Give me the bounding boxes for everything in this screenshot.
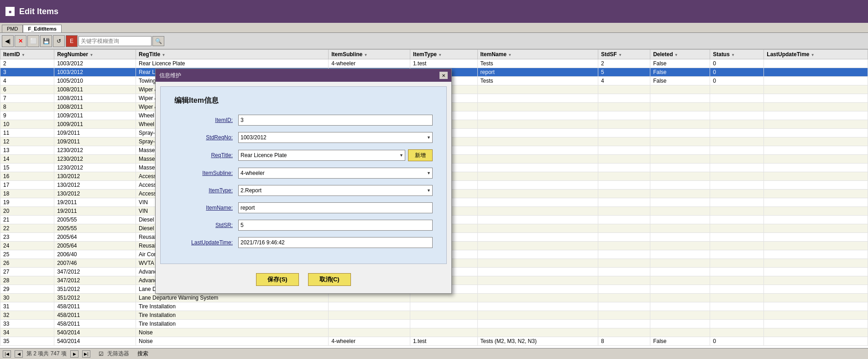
tab-pmd[interactable]: PMD — [2, 25, 23, 32]
save-dialog-btn[interactable]: 保存(S) — [256, 273, 298, 286]
cell-lastupdatetime — [764, 164, 868, 172]
nav-first-btn[interactable]: ◀| — [2, 35, 14, 47]
cell-itemsubline — [329, 328, 410, 337]
table-row[interactable]: 30351/2012Lane Departure Warning System — [0, 294, 868, 302]
cell-lastupdatetime — [764, 268, 868, 276]
cell-status — [710, 111, 764, 120]
cell-deleted — [650, 164, 710, 172]
cell-deleted: False — [650, 77, 710, 85]
cell-itemname — [477, 320, 598, 328]
input-itemid[interactable] — [238, 115, 433, 126]
cell-deleted — [650, 276, 710, 285]
select-itemsubline[interactable]: 4-wheeler — [238, 168, 433, 179]
delete-btn[interactable]: ✕ — [15, 35, 26, 47]
copy-btn[interactable]: ⬜ — [27, 35, 39, 47]
input-lastupdatetime[interactable] — [238, 237, 433, 248]
cell-status — [710, 285, 764, 294]
label-regtitle[interactable]: ReqTitle: — [174, 152, 238, 158]
col-status[interactable]: Status ▼ — [710, 50, 764, 59]
cell-status — [710, 233, 764, 242]
col-regtitle[interactable]: RegTitle ▼ — [136, 50, 329, 59]
label-itemsubline[interactable]: ItemSubline: — [174, 170, 238, 176]
cell-itemid: 25 — [0, 250, 54, 259]
cell-deleted — [650, 85, 710, 94]
nav-last-btn[interactable]: ▶| — [82, 350, 90, 358]
cell-deleted — [650, 328, 710, 337]
cell-itemname — [477, 155, 598, 164]
select-regtitle[interactable]: Rear Licence Plate — [238, 150, 405, 161]
col-itemid[interactable]: ItemID ▼ — [0, 50, 54, 59]
label-stdsr[interactable]: StdSR: — [174, 222, 238, 228]
table-row[interactable]: 35540/2014Noise4-wheeler1.testTests (M2,… — [0, 337, 868, 346]
cell-status — [710, 94, 764, 103]
label-itemid[interactable]: ItemID: — [174, 117, 238, 123]
cell-regtitle: Rear Licence Plate — [136, 59, 329, 68]
export-btn[interactable]: E — [66, 35, 78, 47]
col-itemsubline[interactable]: ItemSubline ▼ — [329, 50, 410, 59]
cell-stdsf — [598, 259, 650, 268]
cell-itemid: 6 — [0, 85, 54, 94]
table-row[interactable]: 32458/2011Tire Installation — [0, 311, 868, 320]
cell-itemid: 11 — [0, 129, 54, 137]
table-row[interactable]: 21003/2012Rear Licence Plate4-wheeler1.t… — [0, 59, 868, 68]
cell-stdsf: 2 — [598, 59, 650, 68]
dialog-content: 编辑Item信息 ItemID: StdReqNo: 1003/2012 Req… — [160, 86, 447, 264]
table-row[interactable]: 34540/2014Noise — [0, 328, 868, 337]
col-itemname[interactable]: ItemName ▼ — [477, 50, 598, 59]
cell-status: 0 — [710, 68, 764, 77]
cell-regtitle: Tire Installation — [136, 302, 329, 311]
cell-lastupdatetime — [764, 250, 868, 259]
table-row[interactable]: 31458/2011Tire Installation — [0, 302, 868, 311]
cell-itemname: Tests — [477, 59, 598, 68]
cell-itemname — [477, 294, 598, 302]
cell-stdsf — [598, 137, 650, 146]
cell-stdsf — [598, 250, 650, 259]
tab-feditems[interactable]: F_EditItems — [23, 25, 61, 32]
cell-deleted — [650, 172, 710, 181]
search-input[interactable] — [78, 36, 152, 46]
cell-lastupdatetime — [764, 155, 868, 164]
label-stdreqno[interactable]: StdReqNo: — [174, 134, 238, 141]
cell-stdsf — [598, 190, 650, 198]
col-lastupdatetime[interactable]: LastUpdateTime ▼ — [764, 50, 868, 59]
col-stdsf[interactable]: StdSF ▼ — [598, 50, 650, 59]
regtitle-select-wrapper: Rear Licence Plate — [238, 150, 405, 161]
cell-status: 0 — [710, 337, 764, 346]
nav-prev-btn[interactable]: ◀ — [15, 350, 23, 358]
cell-status — [710, 155, 764, 164]
dialog-close-btn[interactable]: ✕ — [439, 72, 448, 79]
col-regnumber[interactable]: RegNumber ▼ — [54, 50, 136, 59]
label-itemname[interactable]: ItemName: — [174, 205, 238, 211]
table-row[interactable]: 33458/2011Tire Installation — [0, 320, 868, 328]
save-btn[interactable]: 💾 — [40, 35, 52, 47]
label-itemtype[interactable]: ItemType: — [174, 187, 238, 194]
cell-deleted — [650, 137, 710, 146]
cell-itemid: 3 — [0, 68, 54, 77]
field-row-itemsubline: ItemSubline: 4-wheeler — [174, 168, 433, 179]
cancel-dialog-btn[interactable]: 取消(C) — [308, 273, 351, 286]
cell-itemid: 13 — [0, 146, 54, 155]
nav-first-status-btn[interactable]: |◀ — [3, 350, 11, 358]
cell-regnumber: 109/2011 — [54, 137, 136, 146]
refresh-btn[interactable]: ↺ — [53, 35, 65, 47]
cell-lastupdatetime — [764, 302, 868, 311]
col-deleted[interactable]: Deleted ▼ — [650, 50, 710, 59]
cell-status — [710, 137, 764, 146]
select-itemtype[interactable]: 2.Report — [238, 185, 433, 196]
cell-status — [710, 328, 764, 337]
field-row-itemname: ItemName: — [174, 202, 433, 213]
cell-stdsf — [598, 172, 650, 181]
col-itemtype[interactable]: ItemType ▼ — [410, 50, 477, 59]
toolbar: ◀| ✕ ⬜ 💾 ↺ E 🔍 — [0, 33, 868, 49]
new-regtitle-btn[interactable]: 新增 — [408, 149, 433, 161]
nav-next-btn[interactable]: ▶ — [70, 350, 78, 358]
input-stdsr[interactable] — [238, 220, 433, 231]
label-lastupdatetime[interactable]: LastUpdateTime: — [174, 239, 238, 246]
input-itemname[interactable] — [238, 202, 433, 213]
cell-itemname — [477, 302, 598, 311]
cell-deleted — [650, 294, 710, 302]
record-info: 第 2 项共 747 项 — [26, 350, 67, 358]
search-btn[interactable]: 🔍 — [152, 36, 164, 46]
cell-deleted: False — [650, 337, 710, 346]
select-stdreqno[interactable]: 1003/2012 — [238, 132, 433, 143]
